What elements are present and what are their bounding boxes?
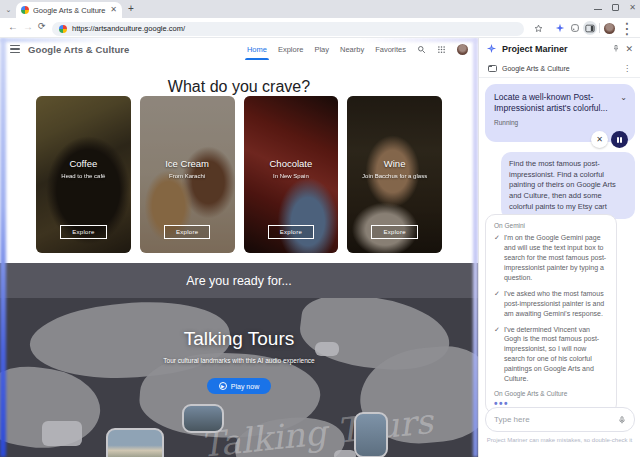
address-bar[interactable]: https://artsandculture.google.com/: [52, 22, 524, 36]
tour-bubble-placeholder: [42, 421, 82, 446]
card-title: Ice Cream: [165, 158, 209, 169]
stop-task-button[interactable]: ✕: [591, 131, 608, 148]
agent-step: ✓ I'm on the Google Gemini page and will…: [494, 233, 608, 283]
user-message: Find the most famous post-impressionist.…: [501, 152, 635, 219]
ready-section: Are you ready for...: [0, 263, 478, 298]
window-restore-button[interactable]: [612, 4, 619, 13]
tour-bubble-statue[interactable]: [182, 404, 224, 433]
window-minimize-button[interactable]: [594, 4, 602, 12]
search-icon[interactable]: [417, 45, 426, 54]
panel-context-row[interactable]: Google Arts & Culture ⋮: [479, 59, 640, 78]
nav-home[interactable]: Home: [247, 45, 267, 54]
address-favicon: [59, 25, 67, 33]
tour-bubble-taj-mahal[interactable]: [106, 428, 164, 457]
card-title: Coffee: [69, 158, 97, 169]
webpage-viewport: Google Arts & Culture Home Explore Play …: [0, 38, 478, 457]
card-subtitle: Head to the café: [61, 173, 105, 179]
pause-icon: [617, 137, 622, 143]
message-input-container[interactable]: [485, 407, 635, 432]
browser-profile-avatar[interactable]: [604, 23, 615, 34]
tab-close-icon[interactable]: ✕: [110, 6, 117, 14]
history-icon[interactable]: [568, 21, 582, 35]
forward-button[interactable]: →: [23, 22, 33, 32]
reload-button[interactable]: ⟳: [38, 22, 46, 31]
browser-tab[interactable]: Google Arts & Culture ✕: [16, 2, 122, 18]
panel-title: Project Mariner: [502, 44, 607, 54]
back-button[interactable]: ←: [8, 22, 18, 32]
card-subtitle: From Karachi: [169, 173, 205, 179]
card-chocolate[interactable]: Chocolate In New Spain Explore: [244, 96, 339, 253]
nav-nearby[interactable]: Nearby: [340, 45, 364, 54]
bookmark-star-icon[interactable]: [531, 21, 545, 35]
disclaimer-text: Project Mariner can make mistakes, so do…: [479, 437, 640, 443]
mariner-logo-icon: [486, 43, 497, 54]
card-title: Wine: [384, 158, 406, 169]
browser-menu-icon[interactable]: ⋮: [620, 21, 634, 35]
menu-icon[interactable]: [10, 45, 20, 53]
explore-button[interactable]: Explore: [268, 225, 314, 239]
browser-tab-strip: ⌄ Google Arts & Culture ✕ + ✕: [0, 0, 640, 18]
site-logo[interactable]: Google Arts & Culture: [28, 44, 130, 55]
mariner-glow-left: [0, 38, 6, 457]
context-menu-icon[interactable]: ⋮: [623, 64, 631, 73]
mariner-glow-top: [0, 38, 478, 42]
tab-icon: [488, 65, 497, 72]
card-coffee[interactable]: Coffee Head to the café Explore: [36, 96, 131, 253]
play-icon: ▶: [219, 382, 227, 390]
pin-icon[interactable]: [612, 44, 620, 53]
page-title: What do you crave?: [0, 78, 478, 96]
nav-explore[interactable]: Explore: [278, 45, 303, 54]
chevron-down-icon[interactable]: ⌄: [620, 93, 627, 102]
card-subtitle: Join Bacchus for a glass: [362, 173, 427, 179]
microphone-icon[interactable]: [618, 415, 626, 425]
tab-search-icon[interactable]: ⌄: [3, 4, 14, 15]
mariner-extension-icon[interactable]: [553, 21, 567, 35]
tab-title: Google Arts & Culture: [33, 6, 106, 15]
tours-subtitle: Tour cultural landmarks with this AI aud…: [0, 357, 478, 364]
tour-bubble-placeholder: [334, 450, 356, 457]
tour-bubble-statue-of-liberty[interactable]: [354, 412, 388, 457]
panel-header: Project Mariner ✕: [479, 38, 640, 59]
context-tab-label: Google Arts & Culture: [502, 65, 618, 72]
project-mariner-panel: Project Mariner ✕ Google Arts & Culture …: [478, 38, 640, 457]
explore-button[interactable]: Explore: [371, 225, 417, 239]
task-title: Locate a well-known Post-Impressionist a…: [494, 92, 620, 115]
window-close-button[interactable]: ✕: [629, 4, 636, 12]
explore-button[interactable]: Explore: [60, 225, 106, 239]
explore-button[interactable]: Explore: [164, 225, 210, 239]
url-text: https://artsandculture.google.com/: [72, 24, 185, 33]
task-status: Running: [494, 119, 626, 126]
check-icon: ✓: [494, 289, 500, 319]
crave-cards: Coffee Head to the café Explore Ice Crea…: [36, 96, 442, 253]
agent-step: ✓ I've asked who the most famous post-im…: [494, 289, 608, 319]
play-now-button[interactable]: ▶ Play now: [207, 378, 271, 394]
nav-favorites[interactable]: Favorites: [375, 45, 406, 54]
check-icon: ✓: [494, 325, 500, 385]
message-input[interactable]: [494, 415, 614, 424]
card-wine[interactable]: Wine Join Bacchus for a glass Explore: [347, 96, 442, 253]
card-subtitle: In New Spain: [273, 173, 309, 179]
new-tab-button[interactable]: +: [128, 4, 134, 14]
steps-section-label: On Google Arts & Culture: [494, 390, 608, 397]
apps-grid-icon[interactable]: [437, 45, 446, 54]
agent-steps-card: On Gemini ✓ I'm on the Google Gemini pag…: [485, 214, 617, 414]
panel-close-icon[interactable]: ✕: [625, 44, 633, 54]
ready-title: Are you ready for...: [186, 274, 292, 288]
toolbar-divider: [599, 23, 600, 33]
side-panel-icon[interactable]: [583, 21, 597, 35]
agent-step: ✓ I've determined Vincent van Gogh is th…: [494, 325, 608, 385]
card-ice-cream[interactable]: Ice Cream From Karachi Explore: [140, 96, 235, 253]
arts-culture-favicon: [21, 6, 29, 14]
check-icon: ✓: [494, 233, 500, 283]
mariner-glow-right: [473, 38, 478, 457]
steps-section-label: On Gemini: [494, 222, 608, 229]
nav-play[interactable]: Play: [314, 45, 329, 54]
pause-task-button[interactable]: [611, 131, 628, 148]
task-card[interactable]: Locate a well-known Post-Impressionist a…: [485, 84, 635, 142]
site-profile-avatar[interactable]: [457, 44, 468, 55]
talking-tours-section: Talking Tours Talking Tours Tour cultura…: [0, 298, 478, 457]
tours-title: Talking Tours: [0, 328, 478, 350]
card-title: Chocolate: [269, 158, 312, 169]
site-nav: Home Explore Play Nearby Favorites: [247, 44, 468, 55]
